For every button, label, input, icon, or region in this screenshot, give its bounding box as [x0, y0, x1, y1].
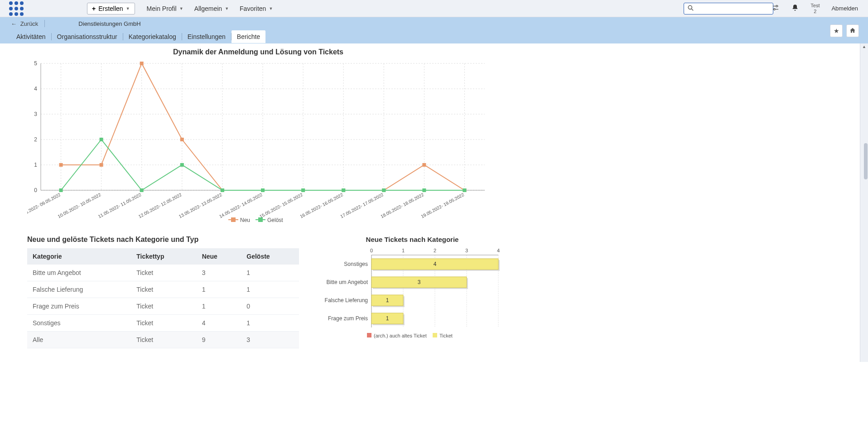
svg-text:10.05.2022- 10.05.2022: 10.05.2022- 10.05.2022 — [57, 192, 102, 219]
svg-text:3: 3 — [465, 248, 468, 253]
favorite-button[interactable]: ★ — [830, 24, 843, 37]
company-name: Dienstleistungen GmbH — [78, 20, 140, 27]
chevron-down-icon: ▼ — [225, 6, 229, 11]
home-icon — [849, 27, 856, 35]
app-logo[interactable] — [9, 1, 24, 16]
arrow-left-icon: ← — [11, 20, 17, 27]
svg-rect-33 — [140, 62, 144, 65]
table-row: SonstigesTicket41 — [27, 315, 299, 332]
svg-text:2: 2 — [34, 136, 37, 143]
svg-text:Gelöst: Gelöst — [267, 217, 283, 223]
svg-point-3 — [776, 5, 778, 7]
chart2-title: Neue Tickets nach Kategorie — [317, 236, 507, 243]
svg-rect-51 — [422, 188, 426, 192]
chart-new-tickets-by-category: Neue Tickets nach Kategorie 012344Sonsti… — [317, 236, 507, 348]
svg-text:0: 0 — [34, 187, 37, 193]
tab-aktivitaeten[interactable]: Aktivitäten — [11, 30, 51, 43]
svg-rect-32 — [100, 163, 103, 167]
user-menu[interactable]: Test 2 — [810, 3, 820, 14]
svg-rect-40 — [422, 163, 426, 167]
svg-text:1: 1 — [386, 315, 389, 322]
home-button[interactable] — [846, 24, 859, 37]
scroll-up-icon[interactable]: ▲ — [862, 44, 866, 49]
svg-text:Ticket: Ticket — [439, 333, 453, 338]
table-row: Bitte um AngebotTicket31 — [27, 265, 299, 281]
table-row: Falsche LieferungTicket11 — [27, 281, 299, 298]
svg-text:(arch.) auch altes Ticket: (arch.) auch altes Ticket — [374, 333, 427, 338]
svg-text:3: 3 — [418, 279, 421, 285]
svg-text:1: 1 — [402, 248, 405, 253]
scrollbar[interactable]: ▲ — [860, 43, 868, 362]
svg-text:17.05.2022- 17.05.2022: 17.05.2022- 17.05.2022 — [339, 192, 384, 219]
chevron-down-icon: ▼ — [269, 6, 273, 11]
menu-mein-profil[interactable]: Mein Profil ▼ — [147, 5, 183, 12]
svg-line-1 — [692, 9, 694, 10]
star-icon: ★ — [834, 27, 839, 34]
svg-text:Sonstiges: Sonstiges — [344, 261, 368, 267]
svg-point-0 — [688, 5, 692, 9]
filter-icon[interactable] — [772, 5, 779, 12]
main-menu: Mein Profil ▼ Allgemein ▼ Favoriten ▼ — [147, 5, 273, 12]
subheader: ← Zurück Dienstleistungen GmbH Aktivität… — [0, 17, 868, 43]
tab-kategoriekatalog[interactable]: Kategoriekatalog — [123, 30, 182, 43]
create-button[interactable]: + Erstellen ▼ — [87, 3, 135, 14]
svg-text:5: 5 — [34, 60, 37, 67]
svg-text:4: 4 — [497, 248, 500, 253]
svg-text:18.05.2022- 18.05.2022: 18.05.2022- 18.05.2022 — [380, 192, 424, 219]
divider — [44, 20, 45, 27]
svg-text:2: 2 — [434, 248, 436, 253]
svg-text:1: 1 — [386, 297, 389, 303]
create-label: Erstellen — [98, 5, 123, 12]
topbar: + Erstellen ▼ Mein Profil ▼ Allgemein ▼ … — [0, 0, 868, 17]
svg-text:14.05.2022- 14.05.2022: 14.05.2022- 14.05.2022 — [218, 192, 263, 219]
svg-text:15.05.2022- 15.05.2022: 15.05.2022- 15.05.2022 — [259, 192, 304, 219]
svg-rect-50 — [382, 188, 386, 192]
svg-text:1: 1 — [34, 162, 37, 168]
table-tickets-by-category: Neue und gelöste Tickets nach Kategorie … — [27, 236, 299, 348]
tab-berichte[interactable]: Berichte — [231, 30, 265, 43]
svg-text:11.05.2022- 11.05.2022: 11.05.2022- 11.05.2022 — [97, 192, 142, 219]
svg-rect-45 — [180, 163, 184, 167]
svg-text:Falsche Lieferung: Falsche Lieferung — [325, 297, 368, 303]
table-title: Neue und gelöste Tickets nach Kategorie … — [27, 236, 299, 244]
table-row: Frage zum PreisTicket10 — [27, 298, 299, 315]
menu-allgemein[interactable]: Allgemein ▼ — [194, 5, 229, 12]
chevron-down-icon: ▼ — [179, 6, 183, 11]
svg-rect-31 — [59, 163, 63, 167]
svg-text:13.05.2022- 13.05.2022: 13.05.2022- 13.05.2022 — [178, 192, 223, 219]
svg-text:Frage zum Preis: Frage zum Preis — [328, 315, 368, 322]
chart-ticket-dynamics: Dynamik der Anmeldung und Lösung von Tic… — [27, 48, 489, 226]
back-link[interactable]: ← Zurück — [11, 20, 38, 27]
menu-favoriten[interactable]: Favoriten ▼ — [240, 5, 273, 12]
tab-organisationsstruktur[interactable]: Organisationsstruktur — [52, 30, 123, 43]
svg-text:Bitte um Angebot: Bitte um Angebot — [327, 279, 368, 285]
svg-text:Neu: Neu — [240, 217, 250, 223]
svg-rect-98 — [367, 333, 371, 337]
svg-rect-52 — [463, 188, 466, 192]
table-total-row: AlleTicket93 — [27, 332, 299, 348]
table-header-row: Kategorie Tickettyp Neue Gelöste — [27, 248, 299, 265]
chart1-title: Dynamik der Anmeldung und Lösung von Tic… — [27, 48, 489, 56]
svg-text:19.05.2022- 19.05.2022: 19.05.2022- 19.05.2022 — [420, 192, 465, 219]
logout-link[interactable]: Abmelden — [831, 5, 858, 12]
search-input[interactable] — [696, 5, 772, 12]
search-icon — [688, 5, 694, 12]
search-input-container[interactable] — [684, 3, 773, 14]
svg-rect-43 — [100, 138, 103, 141]
svg-text:4: 4 — [434, 261, 437, 267]
svg-rect-47 — [261, 188, 265, 192]
svg-rect-100 — [433, 333, 437, 337]
svg-text:09.05.2022- 09.05.2022: 09.05.2022- 09.05.2022 — [27, 192, 62, 219]
svg-text:12.05.2022- 12.05.2022: 12.05.2022- 12.05.2022 — [138, 192, 183, 219]
scroll-thumb[interactable] — [864, 143, 868, 179]
svg-rect-34 — [180, 138, 184, 141]
svg-rect-49 — [342, 188, 345, 192]
svg-rect-42 — [59, 188, 63, 192]
svg-rect-44 — [140, 188, 144, 192]
plus-icon: + — [92, 5, 96, 12]
svg-rect-46 — [221, 188, 224, 192]
tab-einstellungen[interactable]: Einstellungen — [182, 30, 231, 43]
notifications-icon[interactable] — [791, 4, 799, 13]
svg-text:4: 4 — [34, 86, 37, 92]
svg-text:3: 3 — [34, 111, 37, 117]
